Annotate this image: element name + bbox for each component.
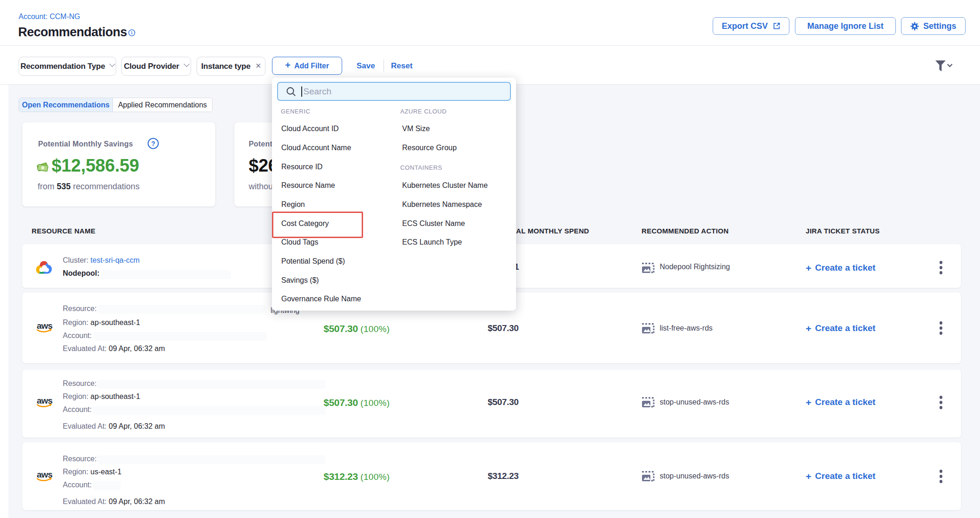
svg-text:?: ? xyxy=(151,140,155,147)
